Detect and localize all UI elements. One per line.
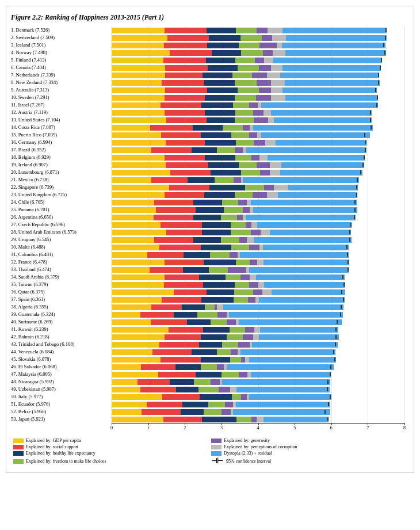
bar-segment-dystopia xyxy=(274,117,371,123)
bar-segment-freedom xyxy=(230,327,245,333)
bar-segment-social xyxy=(166,230,201,235)
legend-item: Explained by: freedom to make life choic… xyxy=(13,457,207,466)
legend-swatch xyxy=(13,445,24,449)
bar-segment-social xyxy=(165,334,201,340)
bar-segment-generosity xyxy=(257,28,268,33)
bar-segment-gdp xyxy=(112,409,142,415)
country-label: 39. Guatemala (6.324) xyxy=(11,311,112,318)
bar-segment-corruption xyxy=(217,304,223,310)
bar-segment-freedom xyxy=(222,200,239,205)
ci-marker xyxy=(385,28,387,33)
bar-segment-healthy xyxy=(205,95,235,101)
ci-marker xyxy=(343,282,345,288)
bar-segment-corruption xyxy=(268,28,282,33)
ci-marker xyxy=(334,357,335,363)
bar-segment-dystopia xyxy=(271,110,371,116)
bar-segment-freedom xyxy=(239,162,257,168)
bar-segment-healthy xyxy=(208,65,238,71)
bar-segment-corruption xyxy=(277,43,282,48)
bar-segment-generosity xyxy=(230,252,237,258)
bar-segment-generosity xyxy=(264,185,274,190)
ci-cap-right xyxy=(386,28,387,32)
ci-cap-right xyxy=(379,73,379,77)
country-label: 7. Netherlands (7.339) xyxy=(11,71,112,79)
bar-segment-corruption xyxy=(257,417,264,422)
axis-label: 5 xyxy=(293,425,296,430)
ci-cap-right xyxy=(329,402,329,406)
ci-marker xyxy=(377,95,378,101)
ci-marker xyxy=(340,312,341,318)
ci-cap-right xyxy=(330,372,331,376)
bar-row xyxy=(112,243,404,251)
bar-segment-healthy xyxy=(205,155,235,161)
bar-segment-gdp xyxy=(112,289,174,295)
ci-marker xyxy=(348,260,349,265)
bar-segment-freedom xyxy=(235,117,254,123)
country-label: 33. Thailand (6.474) xyxy=(11,266,112,273)
bar-segment-freedom xyxy=(235,95,256,101)
bar-row xyxy=(112,228,404,236)
bar-segment-freedom xyxy=(233,102,249,108)
bar-segment-freedom xyxy=(234,289,253,295)
bar-row xyxy=(112,296,404,303)
bar-segment-healthy xyxy=(204,192,235,198)
bar-segment-dystopia xyxy=(254,237,352,243)
bar-segment-social xyxy=(165,260,204,265)
bar-segment-gdp xyxy=(112,125,150,131)
bar-segment-dystopia xyxy=(257,222,352,228)
bar-segment-social xyxy=(162,80,204,86)
bar-segment-social xyxy=(158,372,195,378)
country-label: 8. New Zealand (7.334) xyxy=(11,79,112,86)
bar-row xyxy=(112,393,404,401)
legend-swatch xyxy=(13,439,24,443)
bar-segment-social xyxy=(170,50,212,56)
legend-item: Dystopia (2.33) + residual xyxy=(211,451,404,456)
legend-item: Explained by: social support xyxy=(13,444,207,449)
bar-segment-dystopia xyxy=(249,357,336,363)
bar-segment-gdp xyxy=(112,132,161,138)
ci-cap-right xyxy=(331,365,331,369)
bar-segment-gdp xyxy=(112,274,165,280)
ci-cap-right xyxy=(366,140,366,144)
bar-segment-healthy xyxy=(193,200,222,205)
bar-segment-gdp xyxy=(112,43,164,48)
country-label: 51. Ecuador (5.976) xyxy=(11,401,112,408)
bar-segment-gdp xyxy=(112,95,165,101)
bar-segment-dystopia xyxy=(278,192,357,198)
bar-row xyxy=(112,176,404,184)
bar-segment-social xyxy=(165,110,204,116)
country-label: 49. Uzbekistan (5.987) xyxy=(11,386,112,393)
bar-segment-gdp xyxy=(112,349,152,355)
bar-row xyxy=(112,41,404,49)
country-label: 42. Bahrain (6.218) xyxy=(11,333,112,341)
bar-segment-freedom xyxy=(236,417,251,422)
bar-row xyxy=(112,341,404,348)
ci-cap-right xyxy=(343,275,343,279)
bar-segment-healthy xyxy=(203,327,230,333)
bar-segment-healthy xyxy=(176,387,198,392)
bar-row xyxy=(112,318,404,326)
bar-segment-corruption xyxy=(262,289,272,295)
bar-segment-social xyxy=(161,357,201,363)
bar-segment-generosity xyxy=(228,267,246,273)
legend-swatch xyxy=(211,451,222,456)
bar-segment-healthy xyxy=(207,289,234,295)
bar-segment-generosity xyxy=(255,58,264,63)
bar-row xyxy=(112,266,404,273)
legend-item: ⊣⊢95% confidence interval xyxy=(211,457,404,466)
legend-item: Explained by: healthy life expectancy xyxy=(13,451,207,456)
ci-cap-right xyxy=(328,380,329,384)
country-label: 37. Spain (6.361) xyxy=(11,296,112,303)
axis-label: 3 xyxy=(220,425,223,430)
bar-segment-freedom xyxy=(232,73,252,78)
bar-segment-social xyxy=(165,73,203,78)
bar-segment-healthy xyxy=(209,35,240,41)
ci-cap-right xyxy=(371,125,372,129)
country-label: 14. Costa Rica (7.087) xyxy=(11,124,112,131)
bar-segment-generosity xyxy=(263,50,273,56)
bar-row xyxy=(112,311,404,318)
bar-segment-dystopia xyxy=(240,349,335,355)
ci-marker xyxy=(341,304,342,310)
ci-marker xyxy=(385,35,386,41)
country-label: 20. Luxembourg (6.871) xyxy=(11,169,112,176)
